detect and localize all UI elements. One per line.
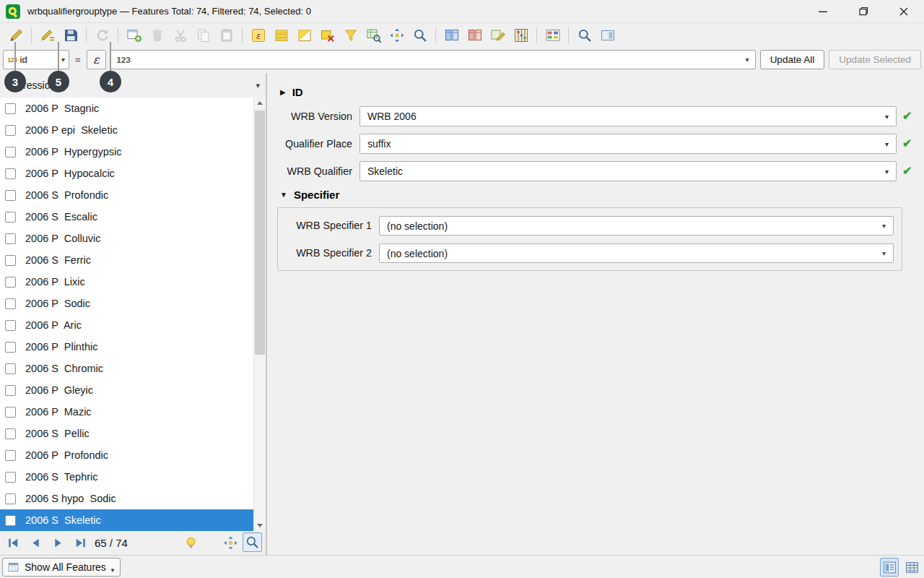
feature-list-item[interactable]: 2006 S Chromic xyxy=(0,358,253,379)
feature-checkbox[interactable] xyxy=(5,212,16,223)
feature-checkbox[interactable] xyxy=(5,125,16,136)
feature-label: 2006 S Pellic xyxy=(25,428,90,439)
feature-list-item[interactable]: 2006 S Tephric xyxy=(0,466,253,488)
filter-icon[interactable] xyxy=(341,26,359,44)
scroll-down-icon[interactable] xyxy=(254,520,266,531)
previous-feature-button[interactable] xyxy=(27,534,44,551)
feature-checkbox[interactable] xyxy=(5,493,16,504)
deselect-all-icon[interactable] xyxy=(318,26,336,44)
feature-list-item[interactable]: 2006 P Sodic xyxy=(0,293,253,314)
zoom-to-selection-icon[interactable] xyxy=(365,26,383,44)
first-feature-button[interactable] xyxy=(4,534,22,551)
specifier-group-header[interactable]: ▼ Specifier xyxy=(280,186,339,203)
feature-list-item[interactable]: 2006 P Gleyic xyxy=(0,379,253,401)
table-view-toggle-button[interactable] xyxy=(902,558,921,577)
delete-selected-icon[interactable] xyxy=(148,26,166,44)
feature-checkbox[interactable] xyxy=(5,342,16,353)
feature-list-item[interactable]: 2006 S Ferric xyxy=(0,249,253,271)
feature-checkbox[interactable] xyxy=(5,103,16,114)
feature-list-item[interactable]: 2006 P Profondic xyxy=(0,444,253,466)
edit-attributes-icon[interactable] xyxy=(489,26,507,44)
dock-window-icon[interactable] xyxy=(598,26,616,44)
scrollbar-thumb[interactable] xyxy=(255,111,265,355)
feature-label: 2006 P Profondic xyxy=(25,449,108,461)
feature-checkbox[interactable] xyxy=(5,277,16,288)
feature-list-item[interactable]: 2006 P Lixic xyxy=(0,271,253,293)
feature-checkbox[interactable] xyxy=(5,190,16,201)
toggle-multiedit-icon[interactable] xyxy=(38,26,56,44)
save-edits-icon[interactable] xyxy=(61,26,79,44)
reload-table-icon[interactable] xyxy=(93,26,111,44)
feature-list-item[interactable]: 2006 P epi Skeletic xyxy=(0,119,253,141)
last-feature-button[interactable] xyxy=(71,534,89,551)
add-feature-icon[interactable] xyxy=(125,26,143,44)
minimize-button[interactable] xyxy=(803,0,843,23)
feature-checkbox[interactable] xyxy=(5,147,16,158)
feature-list-item[interactable]: 2006 S Pellic xyxy=(0,423,253,444)
feature-list-item[interactable]: 2006 P Aric xyxy=(0,314,253,336)
copy-icon[interactable] xyxy=(194,26,212,44)
feature-list-item[interactable]: 2006 S Escalic xyxy=(0,206,253,228)
feature-list-item[interactable]: 2006 P Hypergypsic xyxy=(0,141,253,163)
expression-input[interactable]: 123 ▾ xyxy=(110,50,756,69)
next-feature-button[interactable] xyxy=(49,534,66,551)
feature-list-item[interactable]: 2006 P Hypocalcic xyxy=(0,163,253,184)
invert-selection-icon[interactable] xyxy=(295,26,313,44)
maximize-button[interactable] xyxy=(843,0,884,23)
update-selected-button[interactable]: Update Selected xyxy=(829,50,921,69)
id-group-header[interactable]: ▶ ID xyxy=(280,83,303,100)
feature-list-item[interactable]: 2006 S hypo Sodic xyxy=(0,488,253,509)
zoom-to-feature-button[interactable] xyxy=(243,532,262,552)
field-selector-combobox[interactable]: 123 id ▾ xyxy=(3,50,69,69)
pan-to-feature-button[interactable] xyxy=(222,534,239,551)
feature-list-item[interactable]: 2006 P Colluvic xyxy=(0,228,253,249)
feature-label: 2006 P Plinthic xyxy=(25,341,98,353)
feature-checkbox[interactable] xyxy=(5,428,16,439)
feature-checkbox[interactable] xyxy=(5,320,16,331)
feature-list-item[interactable]: 2006 S Profondic xyxy=(0,184,253,206)
pan-to-selection-icon[interactable] xyxy=(388,26,406,44)
feature-checkbox[interactable] xyxy=(5,515,16,526)
feature-checkbox[interactable] xyxy=(5,363,16,374)
feature-checkbox[interactable] xyxy=(5,168,16,179)
move-selection-icon[interactable] xyxy=(466,26,484,44)
feature-checkbox[interactable] xyxy=(5,385,16,396)
feature-list-item[interactable]: 2006 P Plinthic xyxy=(0,336,253,358)
toolbar-separator xyxy=(568,27,569,43)
attribute-table-window: wrbqualifiergrouptype — Features Total: … xyxy=(0,0,924,578)
scroll-up-icon[interactable] xyxy=(254,98,266,108)
wrb-specifier-2-combobox[interactable]: (no selection) ▾ xyxy=(379,243,894,263)
feature-list-item[interactable]: 2006 P Stagnic xyxy=(0,98,253,119)
highlight-feature-lightbulb-icon[interactable] xyxy=(182,534,199,551)
close-button[interactable] xyxy=(884,0,924,23)
cut-icon[interactable] xyxy=(171,26,189,44)
expression-builder-button[interactable]: ε xyxy=(87,50,106,69)
feature-checkbox[interactable] xyxy=(5,407,16,418)
zoom-magnifier-icon[interactable] xyxy=(575,26,593,44)
feature-checkbox[interactable] xyxy=(5,298,16,309)
wrb-qualifier-combobox[interactable]: Skeletic ▾ xyxy=(359,161,897,181)
field-calculator-icon[interactable] xyxy=(512,26,530,44)
table-view-icon xyxy=(905,560,920,575)
select-all-icon[interactable] xyxy=(272,26,290,44)
conditional-formatting-icon[interactable] xyxy=(544,26,562,44)
qualifier-place-combobox[interactable]: suffix ▾ xyxy=(359,134,897,154)
paste-icon[interactable] xyxy=(217,26,235,44)
select-by-expression-icon[interactable]: ε xyxy=(249,26,267,44)
move-selection-top-icon[interactable] xyxy=(443,26,461,44)
form-row: WRB Specifier 1 (no selection) ▾ xyxy=(278,216,902,236)
wrb-specifier-1-combobox[interactable]: (no selection) ▾ xyxy=(379,216,894,236)
feature-filter-menu-button[interactable]: Show All Features ▾ xyxy=(2,558,121,577)
feature-checkbox[interactable] xyxy=(5,255,16,266)
feature-list-item[interactable]: 2006 S Skeletic xyxy=(0,509,253,531)
feature-checkbox[interactable] xyxy=(5,233,16,244)
feature-checkbox[interactable] xyxy=(5,472,16,483)
wrb-version-combobox[interactable]: WRB 2006 ▾ xyxy=(359,106,897,126)
form-view-toggle-button[interactable] xyxy=(880,558,899,577)
flash-feature-icon[interactable] xyxy=(411,26,429,44)
feature-checkbox[interactable] xyxy=(5,450,16,461)
update-all-button[interactable]: Update All xyxy=(760,50,825,69)
feature-list-item[interactable]: 2006 P Mazic xyxy=(0,401,253,423)
feature-list-scrollbar[interactable] xyxy=(253,98,266,531)
feature-list-header-combobox[interactable]: Expression ▾ xyxy=(0,73,266,98)
